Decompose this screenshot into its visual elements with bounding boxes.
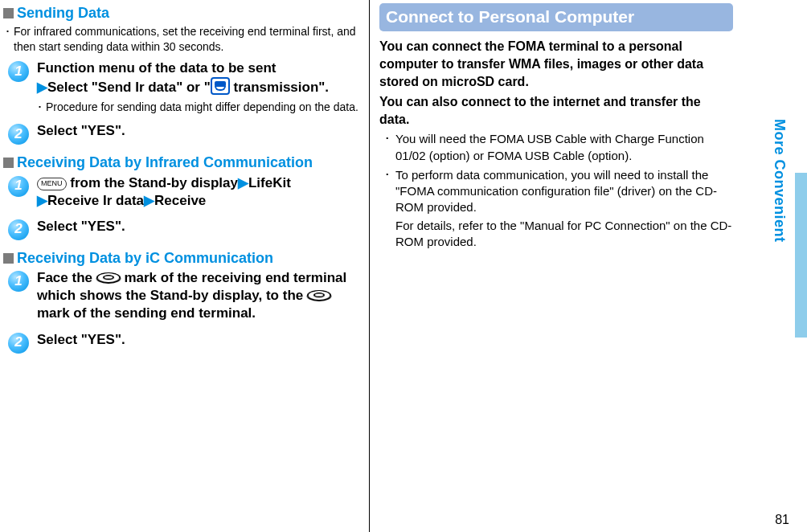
step-text: from the Stand-by display [67,175,238,190]
bullet-dot-icon: ･ [384,167,391,250]
step-text: Function menu of the data to be sent [37,60,277,76]
step-text: Face the [37,270,96,285]
tab-label: More Convenient [772,119,788,243]
page: Sending Data ･ For infrared communicatio… [0,0,807,532]
step-body: MENU from the Stand-by display▶LifeKit ▶… [37,174,291,210]
bullet-usb-cable: ･ You will need the FOMA USB Cable with … [384,131,733,164]
triangle-icon: ▶ [238,175,248,190]
step-1-sending: 1 Function menu of the data to be sent ▶… [8,59,359,114]
bullet-dot-icon: ･ [37,100,43,114]
steps-sending: 1 Function menu of the data to be sent ▶… [8,59,359,145]
bullet-text: To perform data communication, you will … [395,167,733,250]
section-marker-icon [3,8,14,18]
step-text: mark of the sending end terminal. [37,305,256,321]
step-body: Face the mark of the receiving end termi… [37,269,359,322]
side-tab: More Convenient 81 [789,0,807,532]
step-text: Receive Ir data [47,193,144,208]
step-badge-1: 1 [8,271,29,292]
step-text: transmission". [230,80,329,95]
section-marker-icon [3,253,14,264]
note-text: For infrared communications, set the rec… [14,24,359,55]
bullet-dot-icon: ･ [384,131,391,164]
bullet-text-line: To perform data communication, you will … [395,167,733,216]
left-column: Sending Data ･ For infrared communicatio… [0,0,370,532]
step-subnote-text: Procedure for sending data might differ … [46,100,358,114]
triangle-icon: ▶ [37,193,47,208]
step-text: Select "Send Ir data" or " [47,80,211,95]
step-1-receiving-ir: 1 MENU from the Stand-by display▶LifeKit… [8,174,359,210]
felica-mark-icon [307,288,331,302]
step-body: Select "YES". [37,122,125,145]
triangle-icon: ▶ [144,193,154,208]
step-text: LifeKit [248,175,291,190]
subhead-receiving-ir: Receiving Data by Infrared Communication [3,153,359,172]
step-body: Select "YES". [37,331,125,354]
step-2-receiving-ir: 2 Select "YES". [8,218,359,240]
intro-paragraph-1: You can connect the FOMA terminal to a p… [379,38,733,90]
step-subnote: ･ Procedure for sending data might diffe… [37,100,358,114]
main-heading: Connect to Personal Computer [379,3,733,31]
step-badge-2: 2 [8,219,29,240]
steps-receiving-ic: 1 Face the mark of the receiving end ter… [8,269,359,353]
subhead-sending-data: Sending Data [3,3,359,23]
intro-paragraph-2: You can also connect to the internet and… [379,93,733,128]
step-text: Select "YES". [37,219,125,234]
triangle-icon: ▶ [37,80,47,95]
step-badge-2: 2 [8,124,29,145]
step-body: Select "YES". [37,218,125,240]
step-2-sending: 2 Select "YES". [8,122,359,145]
step-text: Select "YES". [37,332,125,347]
step-text: Select "YES". [37,123,125,138]
right-column: Connect to Personal Computer You can con… [370,0,739,532]
steps-receiving-ir: 1 MENU from the Stand-by display▶LifeKit… [8,174,359,240]
step-badge-2: 2 [8,333,29,354]
subhead-text: Receiving Data by iC Communication [17,248,273,268]
subhead-receiving-ic: Receiving Data by iC Communication [3,248,359,268]
bullet-text-line: For details, refer to the "Manual for PC… [395,218,733,251]
bullet-dot-icon: ･ [5,24,10,55]
section-marker-icon [3,158,14,168]
menu-button-icon: MENU [37,178,67,190]
step-text: Receive [154,193,206,208]
step-badge-1: 1 [8,61,29,82]
step-body: Function menu of the data to be sent ▶Se… [37,59,358,114]
bullet-text: You will need the FOMA USB Cable with Ch… [395,131,733,164]
page-number: 81 [775,513,789,527]
tab-strip [795,173,807,338]
ic-transmission-icon [211,77,230,95]
subhead-text: Sending Data [17,3,109,23]
step-2-receiving-ic: 2 Select "YES". [8,331,359,354]
bullet-data-comm: ･ To perform data communication, you wil… [384,167,733,250]
note-sending: ･ For infrared communications, set the r… [5,24,359,55]
subhead-text: Receiving Data by Infrared Communication [17,153,313,172]
step-1-receiving-ic: 1 Face the mark of the receiving end ter… [8,269,359,322]
felica-mark-icon [96,270,121,284]
step-badge-1: 1 [8,176,29,197]
